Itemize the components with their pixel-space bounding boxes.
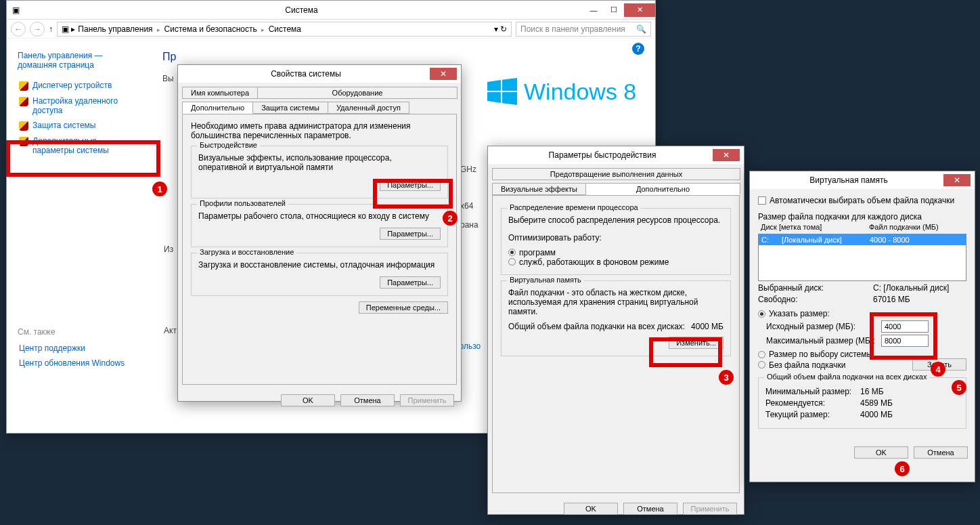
env-vars-button[interactable]: Переменные среды... xyxy=(359,301,448,314)
sidebar-item-advanced[interactable]: Дополнительные параметры системы xyxy=(18,133,142,158)
group-vm: Виртуальная память Файл подкачки - это о… xyxy=(501,280,731,356)
cancel-button[interactable]: Отмена xyxy=(914,446,968,459)
max-size-label: Максимальный размер (МБ): xyxy=(766,336,881,345)
svg-marker-3 xyxy=(502,92,517,105)
search-box[interactable]: Поиск в панели управления 🔍 xyxy=(516,22,651,37)
ok-button[interactable]: OK xyxy=(564,503,618,515)
auto-manage-checkbox[interactable]: Автоматически выбирать объем файла подка… xyxy=(758,196,954,205)
profile-settings-button[interactable]: Параметры... xyxy=(380,228,441,240)
step-badge-5: 5 xyxy=(952,380,966,395)
sidebar-home-link[interactable]: Панель управления — домашняя страница xyxy=(18,51,142,70)
dialog-title: Виртуальная память xyxy=(754,175,943,185)
forward-button[interactable]: → xyxy=(30,22,45,37)
initial-size-input[interactable] xyxy=(881,320,929,333)
cur-value: 4000 МБ xyxy=(860,410,893,419)
apply-button[interactable]: Применить xyxy=(683,503,737,515)
peek-ghz: GHz xyxy=(460,165,476,174)
window-title: Система xyxy=(20,5,583,15)
tab-remote[interactable]: Удаленный доступ xyxy=(328,102,409,114)
min-label: Минимальный размер: xyxy=(765,387,860,396)
virtual-memory-dialog: Виртуальная память ✕ Автоматически выбир… xyxy=(749,171,975,482)
close-button[interactable]: ✕ xyxy=(624,3,655,17)
search-icon: 🔍 xyxy=(636,24,646,34)
group-boot: Загрузка и восстановление Загрузка и вос… xyxy=(191,253,448,296)
group-profiles: Профили пользователей Параметры рабочего… xyxy=(191,204,448,247)
titlebar: ▣ Система — ☐ ✕ xyxy=(7,1,655,20)
breadcrumb[interactable]: ▣ ▸ Панель управления Система и безопасн… xyxy=(57,22,512,37)
group-desc: Загрузка и восстановление системы, отлад… xyxy=(198,260,441,270)
group-desc: Выберите способ распределения ресурсов п… xyxy=(508,215,723,225)
maximize-button[interactable]: ☐ xyxy=(604,3,624,17)
peek-iz: Из xyxy=(164,245,173,254)
tab-hardware[interactable]: Оборудование xyxy=(257,87,458,99)
ok-button[interactable]: OK xyxy=(281,394,335,406)
min-value: 16 МБ xyxy=(860,387,884,396)
sidebar-item-label: Защита системы xyxy=(32,121,95,130)
drive-row[interactable]: C: [Локальный диск] 4000 - 8000 xyxy=(759,234,966,245)
radio-no-pf[interactable]: Без файла подкачки xyxy=(758,360,845,370)
dialog-close-button[interactable]: ✕ xyxy=(713,149,740,161)
see-also-wupdate[interactable]: Центр обновления Windows xyxy=(18,356,142,371)
step-badge-3: 3 xyxy=(719,370,734,385)
group-title: Быстродействие xyxy=(197,141,260,149)
sidebar: Панель управления — домашняя страница Ди… xyxy=(7,39,149,433)
tab-compname[interactable]: Имя компьютера xyxy=(182,87,258,99)
group-title: Общий объем файла подкачки на всех диска… xyxy=(764,373,929,381)
window-icon: ▣ xyxy=(12,5,20,15)
cancel-button[interactable]: Отмена xyxy=(623,503,677,515)
vm-total-value: 4000 МБ xyxy=(691,322,723,331)
shield-icon xyxy=(19,97,28,106)
up-icon[interactable]: ↑ xyxy=(49,24,53,34)
dlg-titlebar: Параметры быстродействия ✕ xyxy=(488,146,744,164)
group-desc: Файл подкачки - это область на жестком д… xyxy=(508,288,723,316)
group-title: Профили пользователей xyxy=(197,199,288,207)
vm-total-label: Общий объем файла подкачки на всех диска… xyxy=(508,322,685,331)
perf-options-dialog: Параметры быстродействия ✕ Предотвращени… xyxy=(487,146,744,515)
tab-protection[interactable]: Защита системы xyxy=(252,102,328,114)
tab-dep[interactable]: Предотвращение выполнения данных xyxy=(492,168,740,180)
sidebar-item-remote[interactable]: Настройка удаленного доступа xyxy=(18,93,142,118)
sidebar-item-devmgr[interactable]: Диспетчер устройств xyxy=(18,78,142,93)
svg-marker-0 xyxy=(487,80,501,91)
dialog-close-button[interactable]: ✕ xyxy=(430,68,457,80)
radio-custom-size[interactable]: Указать размер: xyxy=(758,309,830,318)
bc-1[interactable]: Система и безопасность xyxy=(164,24,257,34)
dialog-close-button[interactable]: ✕ xyxy=(943,174,971,186)
init-size-label: Исходный размер (МБ): xyxy=(766,322,881,331)
svg-marker-1 xyxy=(502,78,517,91)
back-button[interactable]: ← xyxy=(11,22,26,37)
dialog-title: Параметры быстродействия xyxy=(492,150,713,160)
drive-list[interactable]: C: [Локальный диск] 4000 - 8000 xyxy=(758,234,966,281)
peek-akt: Акт xyxy=(164,326,177,335)
help-icon[interactable]: ? xyxy=(632,43,644,55)
peek-x64: x64 xyxy=(460,201,473,211)
sidebar-item-protect[interactable]: Защита системы xyxy=(18,118,142,133)
minimize-button[interactable]: — xyxy=(583,3,604,17)
vm-change-button[interactable]: Изменить... xyxy=(669,337,723,349)
free-value: 67016 МБ xyxy=(873,295,910,304)
apply-button[interactable]: Применить xyxy=(400,394,454,406)
ok-button[interactable]: OK xyxy=(854,446,908,459)
see-also-support[interactable]: Центр поддержки xyxy=(18,341,142,356)
radio-services[interactable]: служб, работающих в фоновом режиме xyxy=(508,257,669,267)
cur-label: Текущий размер: xyxy=(765,410,860,419)
perf-settings-button[interactable]: Параметры... xyxy=(380,179,441,191)
group-desc: Визуальные эффекты, использование процес… xyxy=(198,153,441,172)
svg-marker-2 xyxy=(487,92,501,103)
sel-drive-label: Выбранный диск: xyxy=(758,283,873,293)
step-badge-1: 1 xyxy=(152,182,167,196)
max-size-input[interactable] xyxy=(881,335,929,347)
shield-icon xyxy=(19,137,28,146)
tab-advanced2[interactable]: Дополнительно xyxy=(585,183,740,195)
radio-sys-size[interactable]: Размер по выбору системы xyxy=(758,350,872,359)
each-drive-label: Размер файла подкачки для каждого диска xyxy=(758,212,966,222)
cancel-button[interactable]: Отмена xyxy=(340,394,395,406)
radio-programs[interactable]: программ xyxy=(508,248,556,257)
bc-2[interactable]: Система xyxy=(269,24,301,34)
boot-settings-button[interactable]: Параметры... xyxy=(380,276,441,289)
tab-advanced[interactable]: Дополнительно xyxy=(182,102,253,114)
tab-visual[interactable]: Визуальные эффекты xyxy=(492,183,586,195)
rec-value: 4589 МБ xyxy=(860,398,893,408)
group-title: Виртуальная память xyxy=(507,276,584,284)
bc-root[interactable]: Панель управления xyxy=(78,24,152,34)
